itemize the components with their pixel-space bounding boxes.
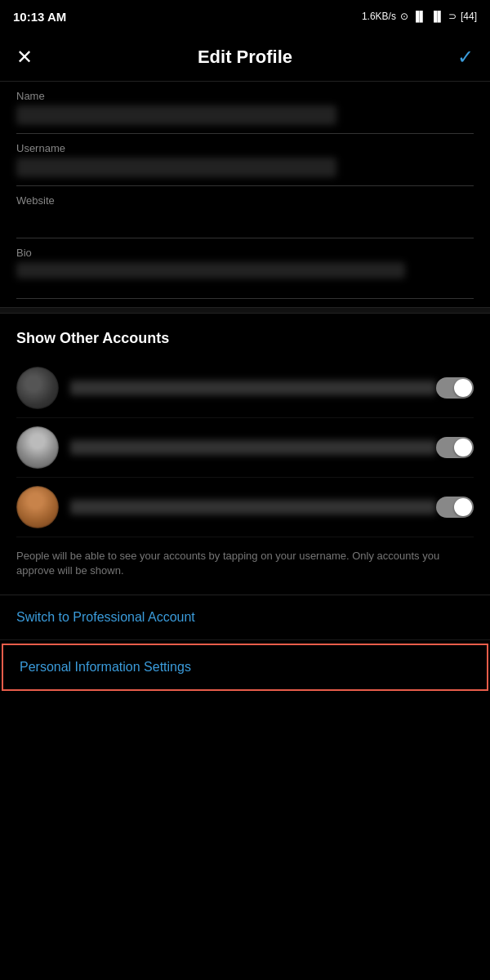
name-input[interactable]	[16, 105, 336, 125]
personal-info-settings-link[interactable]: Personal Information Settings	[2, 644, 488, 691]
status-bar: 10:13 AM 1.6KB/s ⊙ ▐▌ ▐▌ ⊃ [44]	[0, 0, 490, 33]
clock-icon: ⊙	[400, 11, 408, 22]
bio-field-group: Bio	[16, 238, 474, 299]
signal-icon-2: ▐▌	[430, 11, 444, 22]
save-check-button[interactable]: ✓	[457, 46, 474, 69]
bio-input[interactable]	[16, 262, 405, 278]
name-field-group: Name	[16, 82, 474, 134]
links-section: Switch to Professional Account Personal …	[0, 595, 490, 691]
account-toggle-2[interactable]	[436, 437, 474, 458]
status-icons: 1.6KB/s ⊙ ▐▌ ▐▌ ⊃ [44]	[362, 11, 477, 22]
avatar-3	[16, 486, 59, 528]
status-time: 10:13 AM	[13, 10, 66, 24]
account-item-3[interactable]	[16, 478, 474, 537]
section-divider	[0, 307, 490, 314]
bio-label: Bio	[16, 247, 474, 259]
wifi-icon: ⊃	[448, 11, 457, 22]
username-label: Username	[16, 142, 474, 154]
profile-form: Name Username Website Bio	[0, 82, 490, 299]
switch-professional-label: Switch to Professional Account	[16, 610, 195, 624]
account-toggle-3[interactable]	[436, 497, 474, 518]
username-field-group: Username	[16, 134, 474, 186]
account-item-2[interactable]	[16, 418, 474, 478]
other-accounts-section: Show Other Accounts People will be able …	[0, 314, 490, 595]
avatar-1	[16, 367, 59, 409]
switch-professional-link[interactable]: Switch to Professional Account	[0, 595, 490, 640]
username-input[interactable]	[16, 158, 336, 177]
avatar-2	[16, 426, 59, 469]
account-name-1	[70, 381, 436, 395]
signal-icon-1: ▐▌	[412, 11, 426, 22]
account-name-3	[70, 500, 436, 514]
website-field-group: Website	[16, 186, 474, 238]
other-accounts-title: Show Other Accounts	[16, 330, 474, 347]
name-label: Name	[16, 90, 474, 102]
page-title: Edit Profile	[198, 47, 292, 68]
accounts-note: People will be able to see your accounts…	[16, 537, 474, 586]
account-item-1[interactable]	[16, 359, 474, 418]
battery-icon: [44]	[461, 11, 477, 22]
close-button[interactable]: ✕	[16, 46, 33, 69]
edit-profile-header: ✕ Edit Profile ✓	[0, 33, 490, 82]
account-name-2	[70, 440, 436, 455]
account-toggle-1[interactable]	[436, 377, 474, 399]
website-label: Website	[16, 194, 474, 207]
network-speed: 1.6KB/s	[362, 11, 396, 22]
website-input[interactable]	[16, 210, 474, 229]
personal-info-settings-label: Personal Information Settings	[20, 660, 191, 674]
